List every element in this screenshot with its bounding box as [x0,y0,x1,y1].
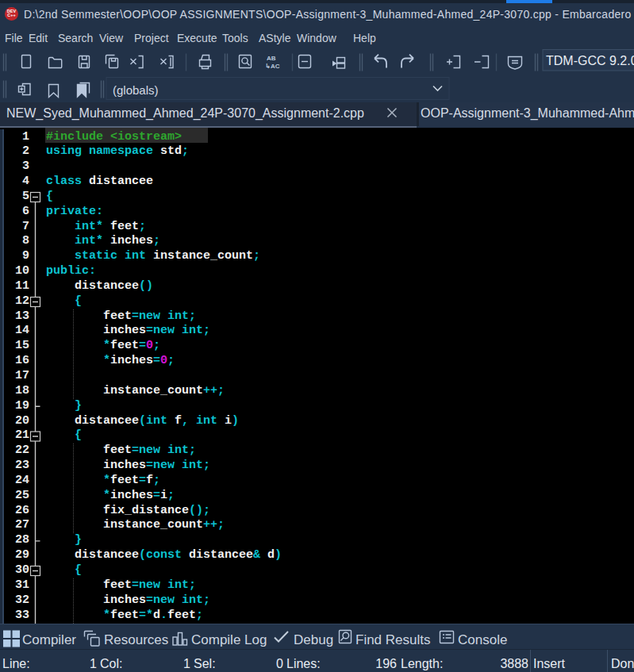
svg-text:AB: AB [267,55,276,62]
svg-text:TDM-GCC 9.2.0: TDM-GCC 9.2.0 [546,54,634,67]
svg-text:(globals): (globals) [113,83,159,97]
svg-text:AC: AC [271,63,280,70]
svg-text:↳: ↳ [265,63,271,70]
